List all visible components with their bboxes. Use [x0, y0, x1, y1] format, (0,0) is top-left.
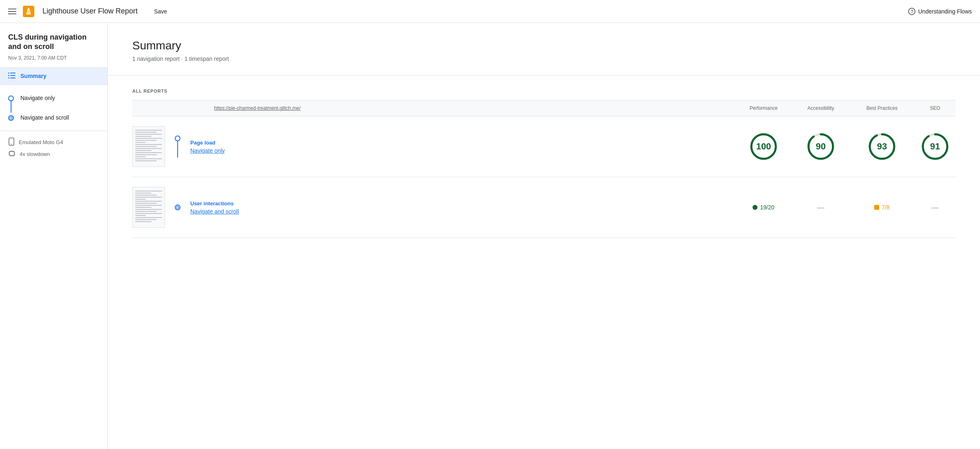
summary-section: Summary 1 navigation report · 1 timespan…: [108, 23, 980, 76]
svg-point-9: [8, 75, 9, 76]
app-title: Lighthouse User Flow Report: [42, 7, 138, 16]
svg-line-13: [11, 118, 12, 118]
score-dash-seo-2: —: [931, 203, 939, 212]
score-performance-1: 100: [735, 132, 792, 161]
score-value-bp-1: 93: [877, 141, 887, 152]
svg-line-37: [178, 207, 178, 208]
report-row-navigate-only: Page load Navigate only: [132, 116, 956, 177]
understanding-flows-link[interactable]: ? Understanding Flows: [908, 8, 972, 15]
svg-rect-7: [10, 78, 16, 78]
score-seo-2: —: [915, 203, 956, 212]
report-row-left-2: User interactions Navigate and scroll: [132, 187, 735, 228]
score-performance-2: 19/20: [735, 204, 792, 211]
score-seo-1: 91: [915, 132, 956, 161]
score-value-perf-2: 19/20: [760, 204, 774, 211]
report-name-1[interactable]: Navigate only: [190, 147, 225, 154]
summary-title: Summary: [132, 39, 956, 52]
list-icon: [8, 73, 16, 80]
save-button[interactable]: Save: [154, 8, 167, 15]
report-row-left-1: Page load Navigate only: [132, 126, 735, 167]
lighthouse-logo: [23, 6, 34, 17]
header: Lighthouse User Flow Report Save ? Under…: [0, 0, 980, 23]
svg-point-8: [8, 73, 9, 74]
score-value-perf-1: 100: [756, 141, 771, 152]
all-reports-label: ALL REPORTS: [132, 89, 956, 93]
svg-rect-2: [27, 11, 30, 12]
svg-rect-5: [10, 73, 16, 73]
main-content: Summary 1 navigation report · 1 timespan…: [108, 23, 980, 449]
header-right: ? Understanding Flows: [908, 8, 972, 15]
svg-point-15: [11, 144, 12, 144]
score-circle-access-1: 90: [806, 132, 835, 161]
th-best-practices: Best Practices: [849, 105, 915, 111]
score-circle-perf-1: 100: [749, 132, 778, 161]
score-square-orange: [874, 205, 879, 210]
device-item-moto: Emulated Moto G4: [8, 138, 99, 147]
report-info-2: User interactions Navigate and scroll: [190, 200, 239, 215]
nav-item-navigate-scroll[interactable]: Navigate and scroll: [20, 114, 69, 121]
menu-icon[interactable]: [8, 9, 16, 14]
svg-rect-16: [9, 151, 14, 156]
score-circle-bp-1: 93: [867, 132, 897, 161]
timeline-dot-circle-1: [8, 96, 14, 101]
report-timeline-1: [175, 136, 180, 158]
summary-subtitle: 1 navigation report · 1 timespan report: [132, 56, 956, 62]
svg-point-10: [8, 77, 9, 78]
summary-label: Summary: [20, 73, 47, 79]
sidebar-device-section: Emulated Moto G4: [0, 131, 107, 164]
score-circle-seo-1: 91: [920, 132, 950, 161]
device-label-slowdown: 4x slowdown: [20, 151, 50, 157]
device-label-moto: Emulated Moto G4: [19, 139, 63, 145]
device-item-slowdown: 4x slowdown: [8, 150, 99, 158]
nav-item-navigate-only[interactable]: Navigate only: [20, 95, 55, 101]
score-accessibility-2: —: [792, 203, 849, 212]
sidebar-item-summary[interactable]: Summary: [0, 68, 107, 84]
report-thumbnail-2: [132, 187, 165, 228]
svg-rect-3: [27, 12, 31, 13]
cpu-slowdown-icon: [8, 150, 16, 158]
score-bp-1: 93: [849, 132, 915, 161]
help-icon: ?: [908, 8, 915, 15]
score-bp-2: 7/8: [849, 204, 915, 211]
main-layout: CLS during navigation and on scroll Nov …: [0, 23, 980, 449]
score-badge-perf-2: 19/20: [753, 204, 774, 211]
report-scores-1: 100 90: [735, 132, 956, 161]
timeline-dot-clock-1: [8, 115, 14, 121]
score-dash-access-2: —: [817, 203, 824, 212]
flow-title: CLS during navigation and on scroll: [0, 23, 107, 53]
report-timeline-2: [175, 204, 180, 210]
score-value-access-1: 90: [816, 141, 826, 152]
report-name-2[interactable]: Navigate and scroll: [190, 208, 239, 215]
report-table: https://pie-charmed-treatment.glitch.me/…: [132, 100, 956, 238]
svg-rect-6: [10, 75, 16, 76]
th-performance: Performance: [735, 105, 792, 111]
report-info-1: Page load Navigate only: [190, 140, 225, 154]
report-type-2: User interactions: [190, 200, 239, 207]
th-url: https://pie-charmed-treatment.glitch.me/: [132, 105, 735, 111]
th-seo: SEO: [915, 105, 956, 111]
reports-section: ALL REPORTS https://pie-charmed-treatmen…: [108, 76, 980, 251]
score-accessibility-1: 90: [792, 132, 849, 161]
score-value-bp-2: 7/8: [882, 204, 889, 211]
svg-rect-4: [26, 13, 31, 14]
score-value-seo-1: 91: [930, 141, 940, 152]
header-left: Lighthouse User Flow Report Save: [8, 6, 167, 17]
flow-date: Nov 3, 2021, 7:00 AM CDT: [0, 53, 107, 67]
sidebar: CLS during navigation and on scroll Nov …: [0, 23, 108, 449]
report-row-navigate-scroll: User interactions Navigate and scroll 19…: [132, 177, 956, 238]
table-header-row: https://pie-charmed-treatment.glitch.me/…: [132, 100, 956, 116]
report-thumbnail-1: [132, 126, 165, 167]
score-dot-green: [753, 205, 757, 210]
mobile-device-icon: [8, 138, 15, 147]
report-type-1: Page load: [190, 140, 225, 146]
timeline-line-1: [11, 101, 11, 113]
report-scores-2: 19/20 — 7/8: [735, 203, 956, 212]
th-accessibility: Accessibility: [792, 105, 849, 111]
score-badge-bp-2: 7/8: [874, 204, 889, 211]
sidebar-nav-items: Navigate only Navigate and scroll: [0, 85, 107, 131]
understanding-flows-label: Understanding Flows: [918, 8, 972, 15]
th-url-text: https://pie-charmed-treatment.glitch.me/: [214, 105, 301, 111]
